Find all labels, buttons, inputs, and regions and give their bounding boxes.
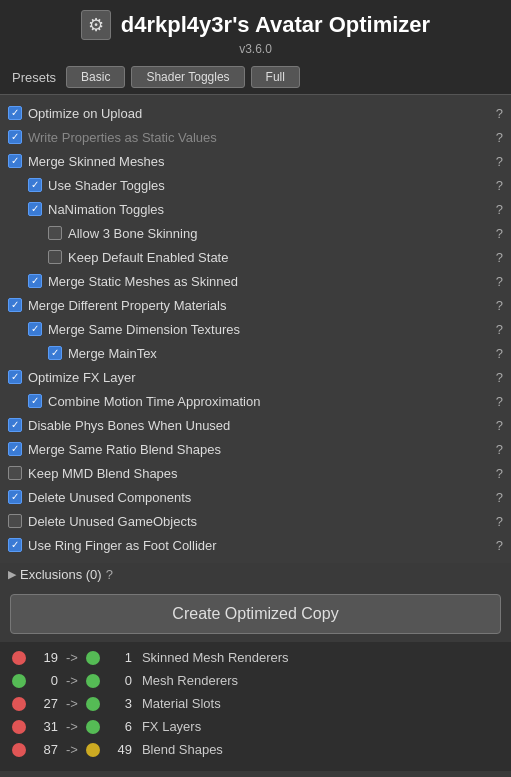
presets-bar: Presets Basic Shader Toggles Full: [0, 60, 511, 95]
checkbox-allow-3-bone[interactable]: [48, 226, 62, 240]
stat-label-4: Blend Shapes: [142, 742, 223, 757]
help-icon-delete-unused-components[interactable]: ?: [496, 490, 503, 505]
stat-from-num-2: 27: [30, 696, 58, 711]
help-icon-keep-default-enabled[interactable]: ?: [496, 250, 503, 265]
help-icon-merge-same-ratio[interactable]: ?: [496, 442, 503, 457]
help-icon-allow-3-bone[interactable]: ?: [496, 226, 503, 241]
option-row-delete-unused-components: Delete Unused Components?: [0, 485, 511, 509]
checkbox-merge-same-dimension[interactable]: [28, 322, 42, 336]
stat-from-num-1: 0: [30, 673, 58, 688]
help-icon-merge-static-meshes[interactable]: ?: [496, 274, 503, 289]
stat-to-dot-1: [86, 674, 100, 688]
checkbox-delete-unused-gameobjects[interactable]: [8, 514, 22, 528]
stat-to-num-0: 1: [104, 650, 132, 665]
stat-from-dot-0: [12, 651, 26, 665]
help-icon-merge-skinned-meshes[interactable]: ?: [496, 154, 503, 169]
help-icon-optimize-on-upload[interactable]: ?: [496, 106, 503, 121]
stat-arrow-3: ->: [66, 719, 78, 734]
stat-to-num-2: 3: [104, 696, 132, 711]
stat-row-1: 0->0Mesh Renderers: [12, 669, 499, 692]
option-row-use-shader-toggles: Use Shader Toggles?: [0, 173, 511, 197]
stat-to-dot-2: [86, 697, 100, 711]
checkbox-keep-mmd[interactable]: [8, 466, 22, 480]
help-icon-merge-same-dimension[interactable]: ?: [496, 322, 503, 337]
title-bar: ⚙ d4rkpl4y3r's Avatar Optimizer v3.6.0: [0, 0, 511, 60]
label-use-ring-finger: Use Ring Finger as Foot Collider: [28, 538, 492, 553]
app-title: d4rkpl4y3r's Avatar Optimizer: [121, 12, 430, 38]
exclusions-row[interactable]: ▶ Exclusions (0) ?: [0, 563, 511, 586]
help-icon-delete-unused-gameobjects[interactable]: ?: [496, 514, 503, 529]
preset-shader-toggles-button[interactable]: Shader Toggles: [131, 66, 244, 88]
stat-from-num-4: 87: [30, 742, 58, 757]
label-optimize-on-upload: Optimize on Upload: [28, 106, 492, 121]
create-optimized-copy-button[interactable]: Create Optimized Copy: [10, 594, 501, 634]
help-icon-write-properties[interactable]: ?: [496, 130, 503, 145]
stat-from-dot-2: [12, 697, 26, 711]
stat-to-num-3: 6: [104, 719, 132, 734]
help-icon-optimize-fx-layer[interactable]: ?: [496, 370, 503, 385]
option-row-keep-default-enabled: Keep Default Enabled State?: [0, 245, 511, 269]
help-icon-disable-phys-bones[interactable]: ?: [496, 418, 503, 433]
stat-to-num-4: 49: [104, 742, 132, 757]
checkbox-merge-static-meshes[interactable]: [28, 274, 42, 288]
help-icon-use-shader-toggles[interactable]: ?: [496, 178, 503, 193]
stat-arrow-2: ->: [66, 696, 78, 711]
options-list: Optimize on Upload?Write Properties as S…: [0, 95, 511, 563]
stat-arrow-4: ->: [66, 742, 78, 757]
help-icon-combine-motion-time[interactable]: ?: [496, 394, 503, 409]
preset-basic-button[interactable]: Basic: [66, 66, 125, 88]
exclusions-label: Exclusions (0): [20, 567, 102, 582]
stat-row-3: 31->6FX Layers: [12, 715, 499, 738]
label-delete-unused-components: Delete Unused Components: [28, 490, 492, 505]
stat-label-3: FX Layers: [142, 719, 201, 734]
option-row-merge-maintex: Merge MainTex?: [0, 341, 511, 365]
checkbox-optimize-fx-layer[interactable]: [8, 370, 22, 384]
stat-to-dot-0: [86, 651, 100, 665]
help-icon-keep-mmd[interactable]: ?: [496, 466, 503, 481]
option-row-delete-unused-gameobjects: Delete Unused GameObjects?: [0, 509, 511, 533]
checkbox-optimize-on-upload[interactable]: [8, 106, 22, 120]
option-row-merge-skinned-meshes: Merge Skinned Meshes?: [0, 149, 511, 173]
option-row-optimize-fx-layer: Optimize FX Layer?: [0, 365, 511, 389]
help-icon-nanimation-toggles[interactable]: ?: [496, 202, 503, 217]
option-row-allow-3-bone: Allow 3 Bone Skinning?: [0, 221, 511, 245]
label-use-shader-toggles: Use Shader Toggles: [48, 178, 492, 193]
label-optimize-fx-layer: Optimize FX Layer: [28, 370, 492, 385]
checkbox-merge-maintex[interactable]: [48, 346, 62, 360]
checkbox-keep-default-enabled[interactable]: [48, 250, 62, 264]
stat-from-num-3: 31: [30, 719, 58, 734]
label-nanimation-toggles: NaNimation Toggles: [48, 202, 492, 217]
help-icon-merge-different-property[interactable]: ?: [496, 298, 503, 313]
stat-arrow-1: ->: [66, 673, 78, 688]
label-merge-maintex: Merge MainTex: [68, 346, 492, 361]
checkbox-delete-unused-components[interactable]: [8, 490, 22, 504]
preset-full-button[interactable]: Full: [251, 66, 300, 88]
checkbox-merge-same-ratio[interactable]: [8, 442, 22, 456]
checkbox-nanimation-toggles[interactable]: [28, 202, 42, 216]
option-row-merge-different-property: Merge Different Property Materials?: [0, 293, 511, 317]
stat-label-2: Material Slots: [142, 696, 221, 711]
stat-to-dot-4: [86, 743, 100, 757]
checkbox-combine-motion-time[interactable]: [28, 394, 42, 408]
label-keep-default-enabled: Keep Default Enabled State: [68, 250, 492, 265]
label-combine-motion-time: Combine Motion Time Approximation: [48, 394, 492, 409]
checkbox-use-ring-finger[interactable]: [8, 538, 22, 552]
label-merge-static-meshes: Merge Static Meshes as Skinned: [48, 274, 492, 289]
checkbox-merge-skinned-meshes[interactable]: [8, 154, 22, 168]
label-allow-3-bone: Allow 3 Bone Skinning: [68, 226, 492, 241]
help-icon-merge-maintex[interactable]: ?: [496, 346, 503, 361]
exclusions-help-icon[interactable]: ?: [106, 567, 113, 582]
stat-row-2: 27->3Material Slots: [12, 692, 499, 715]
checkbox-disable-phys-bones[interactable]: [8, 418, 22, 432]
checkbox-merge-different-property[interactable]: [8, 298, 22, 312]
checkbox-use-shader-toggles[interactable]: [28, 178, 42, 192]
checkbox-write-properties[interactable]: [8, 130, 22, 144]
stat-label-0: Skinned Mesh Renderers: [142, 650, 289, 665]
option-row-combine-motion-time: Combine Motion Time Approximation?: [0, 389, 511, 413]
stat-from-dot-3: [12, 720, 26, 734]
help-icon-use-ring-finger[interactable]: ?: [496, 538, 503, 553]
label-keep-mmd: Keep MMD Blend Shapes: [28, 466, 492, 481]
option-row-merge-same-ratio: Merge Same Ratio Blend Shapes?: [0, 437, 511, 461]
stat-row-4: 87->49Blend Shapes: [12, 738, 499, 761]
option-row-disable-phys-bones: Disable Phys Bones When Unused?: [0, 413, 511, 437]
